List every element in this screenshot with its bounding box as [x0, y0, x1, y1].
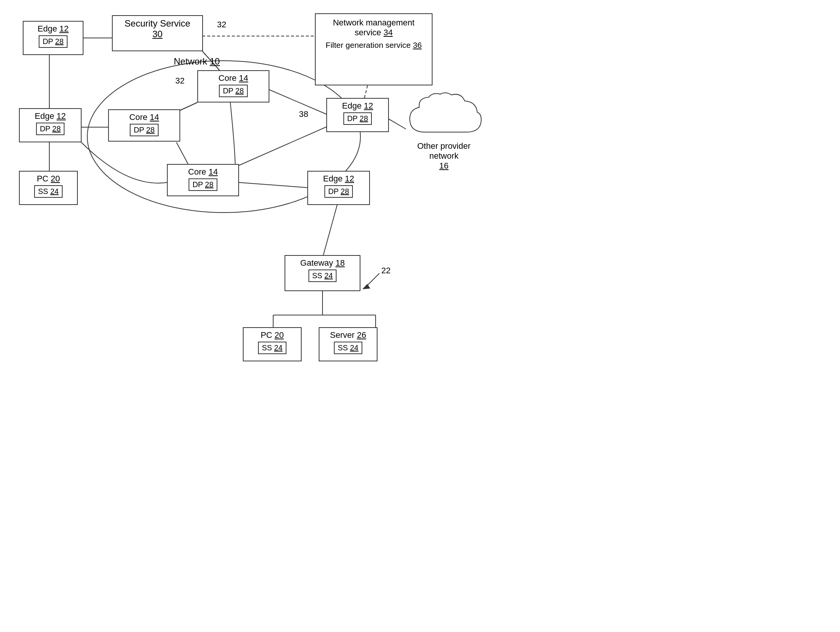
- num22: 22: [381, 266, 390, 276]
- svg-line-17: [322, 203, 338, 258]
- edge-right-top-sub: DP 28: [343, 112, 372, 125]
- edge-top-left-sub: DP 28: [39, 35, 67, 48]
- pc-bottom-title: PC 20: [247, 330, 297, 340]
- edge-left-sub: DP 28: [36, 123, 65, 135]
- num38: 38: [299, 109, 308, 119]
- server-bottom-title: Server 26: [323, 330, 373, 340]
- security-service-title: Security Service30: [117, 18, 199, 40]
- core-middle-node: Core 14 DP 28: [108, 109, 180, 142]
- svg-line-24: [364, 273, 379, 288]
- pc-bottom-sub: SS 24: [258, 342, 286, 354]
- edge-right-bottom-sub: DP 28: [324, 185, 353, 198]
- core-top-node: Core 14 DP 28: [197, 70, 269, 103]
- network-mgmt-node: Network management service 34 Filter gen…: [315, 13, 433, 86]
- pc-top-left-sub: SS 24: [34, 185, 63, 198]
- edge-right-top-node: Edge 12 DP 28: [326, 98, 389, 132]
- edge-left-node: Edge 12 DP 28: [19, 108, 82, 143]
- security-service-node: Security Service30: [112, 15, 203, 51]
- cloud-svg: [402, 90, 486, 144]
- filter-gen-title: Filter generation service 36: [319, 41, 428, 50]
- gateway-title: Gateway 18: [289, 258, 356, 268]
- pc-top-left-title: PC 20: [24, 174, 73, 184]
- core-bottom-node: Core 14 DP 28: [167, 164, 239, 196]
- core-top-sub: DP 28: [219, 85, 247, 97]
- network-diagram: Edge 12 DP 28 Security Service30 Network…: [0, 0, 840, 632]
- num32-left: 32: [175, 76, 185, 86]
- core-top-title: Core 14: [202, 73, 265, 83]
- svg-marker-25: [362, 284, 370, 289]
- svg-line-15: [235, 182, 311, 188]
- core-middle-sub: DP 28: [130, 124, 158, 136]
- edge-left-title: Edge 12: [24, 111, 77, 121]
- edge-right-bottom-title: Edge 12: [312, 174, 365, 184]
- other-provider-cloud: Other provider network16: [402, 90, 486, 158]
- core-bottom-sub: DP 28: [189, 178, 217, 191]
- num32-top: 32: [217, 20, 226, 30]
- edge-top-left-title: Edge 12: [27, 24, 79, 34]
- core-middle-title: Core 14: [113, 112, 176, 122]
- svg-line-11: [177, 143, 190, 167]
- network-mgmt-title: Network management service 34: [319, 18, 428, 38]
- pc-top-left-node: PC 20 SS 24: [19, 171, 78, 205]
- pc-bottom-node: PC 20 SS 24: [243, 327, 302, 361]
- gateway-sub: SS 24: [308, 269, 337, 282]
- svg-line-14: [235, 125, 330, 167]
- cloud-label: Other provider network16: [402, 141, 486, 171]
- gateway-node: Gateway 18 SS 24: [284, 255, 360, 291]
- server-bottom-sub: SS 24: [334, 342, 362, 354]
- core-bottom-title: Core 14: [172, 167, 234, 177]
- edge-top-left-node: Edge 12 DP 28: [23, 21, 84, 55]
- network-label: Network 10: [174, 56, 219, 67]
- edge-right-bottom-node: Edge 12 DP 28: [307, 171, 370, 205]
- svg-line-12: [264, 87, 330, 116]
- edge-right-top-title: Edge 12: [331, 101, 384, 111]
- server-bottom-node: Server 26 SS 24: [319, 327, 377, 361]
